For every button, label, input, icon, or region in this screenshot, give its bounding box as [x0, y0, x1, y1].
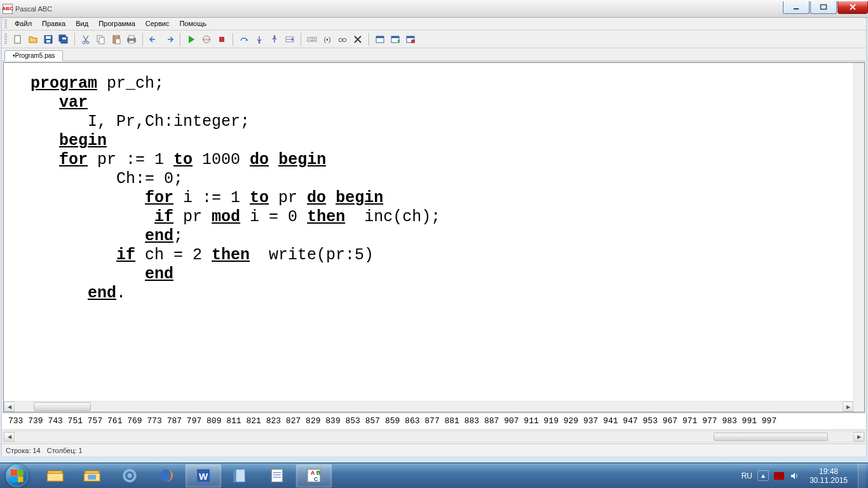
svg-point-36 [411, 39, 415, 43]
step-over-icon[interactable] [237, 32, 251, 46]
tray-language[interactable]: RU [742, 471, 752, 480]
tray-time: 19:48 [810, 467, 848, 476]
svg-text:B: B [316, 470, 320, 476]
taskbar-settings[interactable] [112, 464, 147, 487]
svg-rect-49 [271, 470, 283, 482]
output-scroll-right-icon[interactable]: ▶ [853, 432, 864, 442]
run-icon[interactable] [184, 32, 198, 46]
start-button[interactable] [0, 463, 34, 489]
svg-text:A: A [311, 470, 315, 476]
svg-point-9 [83, 41, 85, 44]
svg-point-28 [339, 38, 342, 41]
svg-point-23 [274, 35, 276, 37]
editor-vertical-scrollbar[interactable] [853, 63, 864, 401]
svg-rect-21 [219, 37, 224, 42]
paste-icon[interactable] [109, 32, 123, 46]
svg-rect-17 [129, 36, 134, 39]
svg-rect-15 [116, 39, 120, 44]
menu-help[interactable]: Помощь [174, 18, 212, 30]
show-desktop-button[interactable] [858, 463, 865, 489]
menu-service[interactable]: Сервис [140, 18, 175, 30]
open-file-icon[interactable] [26, 32, 40, 46]
copy-icon[interactable] [94, 32, 108, 46]
tray-date: 30.11.2015 [810, 476, 848, 485]
save-icon[interactable] [41, 32, 55, 46]
tab-program5[interactable]: •Program5.pas [4, 50, 63, 61]
menu-view[interactable]: Вид [71, 18, 93, 30]
taskbar-word[interactable]: W [186, 464, 221, 487]
svg-text:C: C [314, 476, 318, 482]
scroll-thumb[interactable] [34, 402, 91, 411]
step-into-icon[interactable] [252, 32, 266, 46]
svg-rect-38 [47, 473, 63, 482]
svg-rect-41 [88, 475, 97, 480]
taskbar-onenote[interactable] [222, 464, 258, 487]
eval-icon[interactable] [336, 32, 349, 46]
maximize-button[interactable] [810, 1, 837, 14]
taskbar-explorer[interactable] [38, 464, 74, 487]
svg-rect-1 [821, 5, 827, 10]
watch-icon[interactable]: •123 [305, 32, 319, 46]
bracket-icon[interactable]: (•) [320, 32, 334, 46]
code-editor[interactable]: program pr_ch; var I, Pr,Ch:integer; beg… [3, 62, 865, 412]
svg-text:•123: •123 [309, 37, 315, 41]
svg-rect-2 [15, 36, 20, 43]
stop-icon[interactable]: STOP [200, 32, 214, 46]
scroll-right-icon[interactable]: ▶ [843, 402, 853, 412]
menu-bar: Файл Правка Вид Программа Сервис Помощь [1, 18, 867, 30]
taskbar-firefox[interactable] [149, 464, 184, 487]
tray-show-hidden-icon[interactable]: ▲ [757, 470, 769, 481]
taskbar-notepad[interactable] [259, 464, 295, 487]
form-1-icon[interactable] [373, 32, 387, 46]
undo-icon[interactable] [147, 32, 161, 46]
svg-text:W: W [199, 471, 208, 482]
svg-text:STOP: STOP [203, 38, 210, 41]
taskbar-folder[interactable] [75, 464, 111, 487]
redo-icon[interactable] [162, 32, 176, 46]
svg-point-22 [259, 41, 261, 43]
window-title: Pascal ABC [15, 5, 52, 13]
print-icon[interactable] [125, 32, 139, 46]
status-line: Строка: 14 [6, 447, 47, 454]
tray-clock[interactable]: 19:48 30.11.2015 [804, 467, 853, 485]
trace-icon[interactable] [283, 32, 297, 46]
editor-horizontal-scrollbar[interactable]: ◀ ▶ [4, 401, 853, 412]
svg-point-10 [86, 41, 89, 44]
code-content[interactable]: program pr_ch; var I, Pr,Ch:integer; beg… [4, 63, 864, 309]
status-bar: Строка: 14 Столбец: 1 [1, 444, 867, 456]
minimize-button[interactable] [783, 1, 810, 14]
new-file-icon[interactable] [11, 32, 25, 46]
svg-rect-35 [407, 36, 414, 38]
stop-eval-icon[interactable] [351, 32, 365, 46]
taskbar-pascal[interactable]: ABC [296, 464, 332, 487]
scroll-left-icon[interactable]: ◀ [4, 402, 15, 412]
tray-flag-icon[interactable] [774, 471, 784, 481]
svg-rect-14 [115, 35, 118, 37]
svg-rect-18 [129, 41, 134, 43]
output-panel[interactable]: 733 739 743 751 757 761 769 773 787 797 … [1, 414, 867, 430]
menu-program[interactable]: Программа [93, 18, 140, 30]
step-out-icon[interactable] [268, 32, 281, 46]
output-scroll-left-icon[interactable]: ◀ [4, 432, 15, 442]
close-button[interactable] [837, 1, 868, 14]
svg-point-43 [127, 473, 132, 478]
end-icon[interactable] [215, 32, 229, 46]
form-3-icon[interactable] [403, 32, 417, 46]
menu-edit[interactable]: Правка [37, 18, 71, 30]
app-icon: ABC [3, 4, 13, 14]
form-2-icon[interactable] [388, 32, 402, 46]
svg-rect-0 [794, 8, 799, 10]
svg-rect-48 [234, 470, 236, 482]
menubar-handle[interactable] [4, 20, 7, 28]
svg-rect-8 [62, 37, 66, 39]
toolbar-handle[interactable] [4, 34, 7, 45]
tray-volume-icon[interactable] [789, 471, 799, 481]
svg-point-29 [342, 38, 346, 41]
cut-icon[interactable] [79, 32, 93, 46]
output-scrollbar[interactable]: ◀ ▶ [3, 431, 865, 442]
windows-orb-icon [6, 464, 29, 487]
save-all-icon[interactable] [57, 32, 71, 46]
svg-rect-33 [391, 36, 399, 38]
output-scroll-thumb[interactable] [714, 433, 828, 441]
menu-file[interactable]: Файл [10, 18, 37, 30]
